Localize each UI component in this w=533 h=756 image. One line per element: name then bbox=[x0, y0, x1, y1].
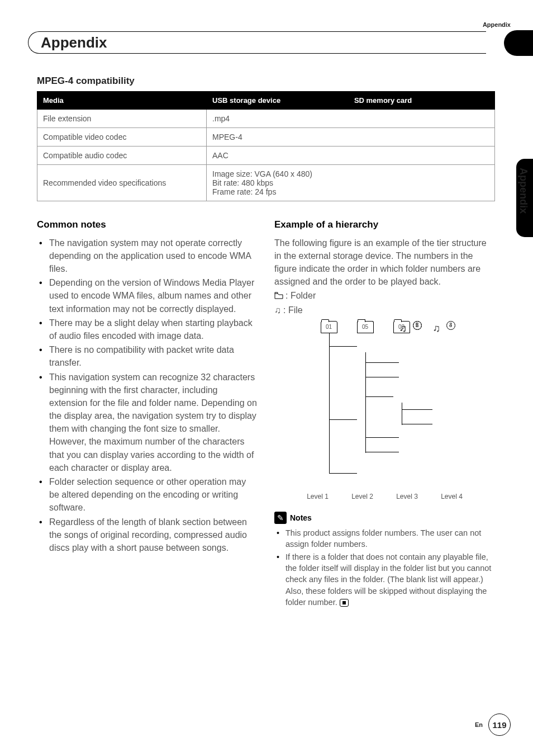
list-item: Folder selection sequence or other opera… bbox=[37, 475, 258, 514]
music-note-icon: ♫ bbox=[274, 304, 281, 316]
notes-header: ✎ Notes bbox=[274, 512, 495, 524]
header-corner-decoration bbox=[504, 30, 533, 56]
row-value: MPEG-4 bbox=[207, 128, 495, 147]
list-item: There is no compatibility with packet wr… bbox=[37, 343, 258, 369]
note-text: If there is a folder that does not conta… bbox=[285, 552, 491, 607]
hierarchy-heading: Example of a hierarchy bbox=[274, 218, 495, 232]
common-notes-heading: Common notes bbox=[37, 218, 258, 232]
legend-file: ♫ : File bbox=[274, 304, 495, 316]
table-header-row: Media USB storage device SD memory card bbox=[37, 92, 495, 110]
list-item: This product assigns folder numbers. The… bbox=[274, 527, 495, 550]
table-row: Recommended video specifications Image s… bbox=[37, 165, 495, 201]
page-footer: En 119 bbox=[475, 714, 511, 736]
row-value: Image size: VGA (640 x 480) Bit rate: 48… bbox=[207, 165, 495, 201]
hierarchy-intro: The following figure is an example of th… bbox=[274, 237, 495, 289]
hierarchy-levels: Level 1 Level 2 Level 3 Level 4 bbox=[296, 492, 474, 502]
connector-line bbox=[329, 419, 357, 420]
mpeg4-heading: MPEG-4 compatibility bbox=[37, 75, 495, 87]
connector-line bbox=[365, 419, 366, 453]
connector-line bbox=[365, 362, 399, 363]
hierarchy-diagram: 01 02 03 04 05 ♫ 1 ♫ 2 ♫ 3 ♫ 4 ♫ 5 ♫ bbox=[296, 321, 474, 489]
folder-icon bbox=[274, 292, 283, 299]
table-row: Compatible audio codec AAC bbox=[37, 147, 495, 165]
connector-line bbox=[402, 409, 432, 410]
common-notes-column: Common notes The navigation system may n… bbox=[37, 218, 258, 609]
page-title-tab: Appendix bbox=[28, 31, 486, 54]
notes-label: Notes bbox=[290, 512, 312, 523]
folder-node: 05 bbox=[357, 321, 374, 333]
list-item: This navigation system can recognize 32 … bbox=[37, 371, 258, 475]
col-media: Media bbox=[37, 92, 207, 110]
connector-line bbox=[329, 333, 330, 473]
row-value: AAC bbox=[207, 147, 495, 165]
connector-line bbox=[365, 377, 399, 377]
list-item: The navigation system may not operate co… bbox=[37, 237, 258, 276]
page-number: 119 bbox=[488, 714, 511, 736]
stop-icon bbox=[340, 599, 349, 607]
music-note-icon: ♫ bbox=[433, 321, 441, 336]
legend-folder: : Folder bbox=[274, 289, 495, 302]
connector-line bbox=[329, 346, 357, 347]
footer-lang: En bbox=[475, 721, 483, 728]
folder-node: 01 bbox=[321, 321, 337, 333]
row-label: File extension bbox=[37, 110, 207, 128]
list-item: If there is a folder that does not conta… bbox=[274, 551, 495, 608]
side-tab-label: Appendix bbox=[517, 168, 529, 214]
connector-line bbox=[402, 424, 432, 424]
connector-line bbox=[329, 473, 357, 474]
notes-list: This product assigns folder numbers. The… bbox=[274, 527, 495, 608]
file-badge: 4 bbox=[446, 321, 455, 330]
row-label: Compatible video codec bbox=[37, 128, 207, 147]
page-title: Appendix bbox=[41, 34, 107, 51]
list-item: Regardless of the length of blank sectio… bbox=[37, 516, 258, 555]
header-section-label: Appendix bbox=[483, 21, 511, 28]
row-value: .mp4 bbox=[207, 110, 495, 128]
common-notes-list: The navigation system may not operate co… bbox=[37, 237, 258, 555]
list-item: There may be a slight delay when startin… bbox=[37, 316, 258, 342]
connector-line bbox=[365, 452, 399, 452]
connector-line bbox=[402, 403, 402, 425]
col-sd: SD memory card bbox=[348, 92, 494, 110]
legend-folder-text: : Folder bbox=[285, 289, 316, 302]
table-row: Compatible video codec MPEG-4 bbox=[37, 128, 495, 147]
level-label: Level 1 bbox=[307, 492, 329, 502]
col-usb: USB storage device bbox=[207, 92, 349, 110]
file-badge: 6 bbox=[413, 321, 422, 330]
connector-line bbox=[365, 437, 399, 438]
legend-file-text: : File bbox=[283, 304, 303, 316]
mpeg4-table: Media USB storage device SD memory card … bbox=[37, 91, 495, 201]
row-label: Recommended video specifications bbox=[37, 165, 207, 201]
list-item: Depending on the version of Windows Medi… bbox=[37, 276, 258, 315]
table-row: File extension .mp4 bbox=[37, 110, 495, 128]
row-label: Compatible audio codec bbox=[37, 147, 207, 165]
music-note-icon: ♫ bbox=[399, 321, 407, 336]
pencil-icon: ✎ bbox=[274, 512, 287, 524]
level-label: Level 3 bbox=[396, 492, 418, 502]
level-label: Level 2 bbox=[351, 492, 373, 502]
connector-line bbox=[365, 396, 393, 397]
level-label: Level 4 bbox=[441, 492, 463, 502]
hierarchy-column: Example of a hierarchy The following fig… bbox=[274, 218, 495, 609]
